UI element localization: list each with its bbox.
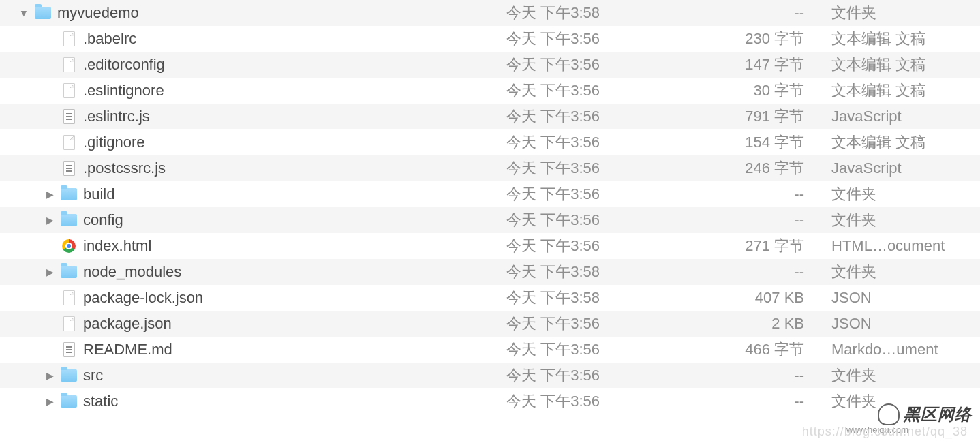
mushroom-icon [878, 403, 900, 425]
size-cell: -- [613, 211, 831, 229]
table-row[interactable]: .editorconfig今天 下午3:56147 字节文本编辑 文稿 [0, 52, 980, 78]
file-icon [60, 30, 78, 48]
date-cell: 今天 下午3:56 [477, 158, 613, 179]
disclosure-spacer [45, 137, 55, 148]
name-cell: .gitignore [14, 134, 477, 151]
kind-cell: 文本编辑 文稿 [831, 55, 980, 75]
disclosure-spacer [45, 85, 55, 96]
size-cell: 230 字节 [613, 29, 831, 49]
file-icon [60, 134, 78, 151]
chevron-right-icon[interactable]: ▶ [45, 396, 55, 407]
disclosure-spacer [45, 111, 55, 122]
table-row[interactable]: ▶config今天 下午3:56--文件夹 [0, 207, 980, 233]
date-cell: 今天 下午3:56 [477, 236, 613, 256]
watermark-brand: 黑区网络 [904, 403, 972, 425]
name-cell: ▶src [14, 367, 477, 384]
file-icon [60, 56, 78, 74]
file-name: static [83, 393, 118, 410]
table-row[interactable]: ▶static今天 下午3:56--文件夹 [0, 388, 980, 414]
name-cell: .postcssrc.js [14, 159, 477, 177]
file-name: package.json [83, 315, 172, 333]
name-cell: .babelrc [14, 30, 477, 48]
size-cell: 154 字节 [613, 132, 831, 153]
kind-cell: 文件夹 [831, 365, 980, 386]
kind-cell: JavaScript [831, 108, 980, 125]
table-row[interactable]: .eslintignore今天 下午3:5630 字节文本编辑 文稿 [0, 78, 980, 104]
table-row[interactable]: .babelrc今天 下午3:56230 字节文本编辑 文稿 [0, 26, 980, 52]
file-name: node_modules [83, 263, 181, 281]
js-file-icon [60, 159, 78, 177]
date-cell: 今天 下午3:56 [477, 132, 613, 153]
size-cell: 466 字节 [613, 339, 831, 360]
table-row[interactable]: index.html今天 下午3:56271 字节HTML…ocument [0, 233, 980, 259]
kind-cell: 文本编辑 文稿 [831, 132, 980, 153]
file-name: index.html [83, 237, 151, 255]
chevron-right-icon[interactable]: ▶ [45, 189, 55, 200]
table-row[interactable]: package.json今天 下午3:562 KBJSON [0, 311, 980, 337]
kind-cell: 文件夹 [831, 184, 980, 204]
table-row[interactable]: ▼myvuedemo今天 下午3:58--文件夹 [0, 0, 980, 26]
table-row[interactable]: package-lock.json今天 下午3:58407 KBJSON [0, 285, 980, 311]
disclosure-spacer [45, 292, 55, 303]
table-row[interactable]: ▶node_modules今天 下午3:58--文件夹 [0, 259, 980, 285]
kind-cell: 文本编辑 文稿 [831, 29, 980, 49]
table-row[interactable]: .gitignore今天 下午3:56154 字节文本编辑 文稿 [0, 129, 980, 155]
file-name: .gitignore [83, 134, 145, 151]
size-cell: -- [613, 393, 831, 410]
file-name: README.md [83, 341, 172, 358]
disclosure-spacer [45, 33, 55, 44]
size-cell: -- [613, 4, 831, 22]
date-cell: 今天 下午3:58 [477, 3, 613, 23]
date-cell: 今天 下午3:56 [477, 339, 613, 360]
file-name: .postcssrc.js [83, 159, 166, 177]
folder-icon [60, 263, 78, 281]
date-cell: 今天 下午3:58 [477, 262, 613, 282]
size-cell: 246 字节 [613, 158, 831, 179]
chevron-down-icon[interactable]: ▼ [19, 7, 29, 18]
chrome-icon [60, 237, 78, 255]
date-cell: 今天 下午3:56 [477, 314, 613, 334]
table-row[interactable]: .eslintrc.js今天 下午3:56791 字节JavaScript [0, 104, 980, 129]
date-cell: 今天 下午3:56 [477, 391, 613, 412]
folder-icon [60, 185, 78, 203]
name-cell: ▶config [14, 211, 477, 229]
file-icon [60, 315, 78, 333]
file-name: .editorconfig [83, 56, 165, 74]
file-icon [60, 289, 78, 307]
size-cell: 791 字节 [613, 106, 831, 127]
size-cell: 147 字节 [613, 55, 831, 75]
md-file-icon [60, 341, 78, 358]
file-name: .eslintrc.js [83, 108, 150, 125]
kind-cell: JSON [831, 289, 980, 307]
size-cell: 271 字节 [613, 236, 831, 256]
table-row[interactable]: ▶build今天 下午3:56--文件夹 [0, 181, 980, 207]
disclosure-spacer [45, 241, 55, 251]
file-name: myvuedemo [57, 4, 139, 22]
size-cell: 407 KB [613, 289, 831, 307]
disclosure-spacer [45, 59, 55, 70]
file-name: .eslintignore [83, 82, 164, 100]
name-cell: ▼myvuedemo [14, 4, 477, 22]
chevron-right-icon[interactable]: ▶ [45, 215, 55, 226]
kind-cell: JSON [831, 315, 980, 333]
table-row[interactable]: ▶src今天 下午3:56--文件夹 [0, 363, 980, 388]
date-cell: 今天 下午3:56 [477, 184, 613, 204]
file-icon [60, 82, 78, 100]
disclosure-spacer [45, 163, 55, 174]
size-cell: -- [613, 367, 831, 384]
js-file-icon [60, 108, 78, 125]
table-row[interactable]: README.md今天 下午3:56466 字节Markdo…ument [0, 337, 980, 363]
table-row[interactable]: .postcssrc.js今天 下午3:56246 字节JavaScript [0, 155, 980, 181]
name-cell: .editorconfig [14, 56, 477, 74]
file-list: ▼myvuedemo今天 下午3:58--文件夹 .babelrc今天 下午3:… [0, 0, 980, 414]
chevron-right-icon[interactable]: ▶ [45, 266, 55, 277]
size-cell: 2 KB [613, 315, 831, 333]
folder-icon [60, 367, 78, 384]
file-name: package-lock.json [83, 289, 203, 307]
chevron-right-icon[interactable]: ▶ [45, 370, 55, 381]
size-cell: -- [613, 185, 831, 203]
name-cell: .eslintrc.js [14, 108, 477, 125]
kind-cell: HTML…ocument [831, 237, 980, 255]
name-cell: ▶build [14, 185, 477, 203]
kind-cell: Markdo…ument [831, 341, 980, 358]
